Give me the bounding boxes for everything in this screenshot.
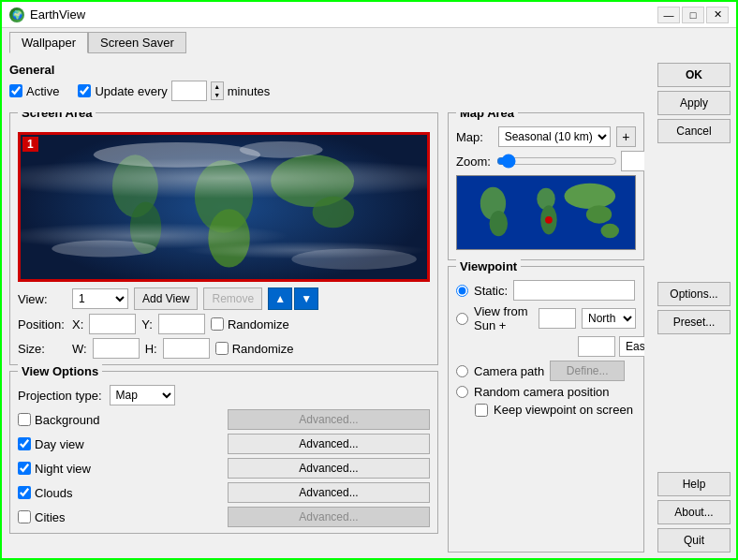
titlebar-controls: — □ ✕ — [657, 7, 729, 23]
advanced-cities-button: Advanced... — [228, 507, 430, 527]
active-label[interactable]: Active — [9, 84, 59, 98]
map-plus-button[interactable]: + — [616, 126, 636, 147]
zoom-slider[interactable] — [496, 154, 617, 169]
spinner-down[interactable]: ▼ — [212, 91, 223, 99]
view-row: View: 1 Add View Remove ▲ ▼ — [18, 287, 430, 310]
static-row: Static: 0.00° N 0.00° E — [456, 280, 636, 301]
advanced-night-button[interactable]: Advanced... — [228, 458, 430, 479]
general-controls: Active Update every 10 ▲ ▼ minutes — [9, 81, 644, 101]
day-view-checkbox[interactable] — [18, 437, 31, 450]
minimize-button[interactable]: — — [657, 7, 680, 23]
cancel-button[interactable]: Cancel — [657, 119, 731, 143]
help-button[interactable]: Help — [657, 472, 731, 496]
static-coords-input[interactable]: 0.00° N 0.00° E — [513, 280, 635, 301]
keep-viewpoint-row: Keep viewpoint on screen — [456, 403, 636, 417]
background-checkbox[interactable] — [18, 413, 31, 426]
world-map-svg — [457, 176, 635, 249]
sun-degree-input[interactable]: 0° — [539, 308, 576, 329]
cities-checkbox[interactable] — [18, 510, 31, 523]
projection-row: Projection type: Map — [18, 385, 430, 405]
north-direction-select[interactable]: North South — [582, 308, 636, 329]
static-radio[interactable] — [456, 285, 468, 297]
update-checkbox[interactable] — [78, 84, 91, 97]
titlebar-left: 🌍 EarthView — [9, 7, 85, 22]
app-icon: 🌍 — [9, 7, 24, 22]
w-input[interactable]: 1920 — [93, 338, 140, 359]
app-title: EarthView — [30, 7, 85, 22]
tab-screen-saver[interactable]: Screen Saver — [88, 32, 186, 53]
night-view-row: Night view — [18, 458, 220, 479]
arrow-down-button[interactable]: ▼ — [294, 287, 318, 310]
main-area: General Active Update every 10 ▲ ▼ — [2, 57, 652, 558]
map-area-group: Map Area Map: Seasonal (10 km) + Zoom: — [448, 112, 644, 260]
sun-radio[interactable] — [456, 313, 468, 325]
svg-point-18 — [601, 224, 620, 239]
cities-row: Cities — [18, 507, 220, 527]
h-input[interactable]: 1080 — [163, 338, 210, 359]
update-row: Update every 10 ▲ ▼ minutes — [78, 81, 270, 101]
map-area-title: Map Area — [456, 112, 518, 120]
position-randomize[interactable]: Randomize — [211, 317, 289, 332]
view-opts-grid: Background Advanced... Day view Advanced… — [18, 409, 430, 527]
screen-preview: 1 — [18, 132, 430, 282]
spinner-arrows: ▲ ▼ — [211, 81, 224, 100]
y-input[interactable]: 0 — [158, 314, 205, 334]
viewpoint-title: Viewpoint — [456, 259, 521, 273]
size-randomize[interactable]: Randomize — [215, 342, 294, 356]
advanced-day-button[interactable]: Advanced... — [228, 434, 430, 454]
east-direction-select[interactable]: East West — [619, 336, 644, 357]
active-checkbox[interactable] — [9, 84, 22, 97]
about-button[interactable]: About... — [657, 500, 731, 524]
quit-button[interactable]: Quit — [657, 528, 731, 553]
titlebar: 🌍 EarthView — □ ✕ — [2, 2, 736, 28]
view-select[interactable]: 1 — [72, 288, 128, 309]
advanced-clouds-button[interactable]: Advanced... — [228, 482, 430, 503]
screen-area-title: Screen Area — [18, 112, 96, 120]
zoom-row: Zoom: 1 % — [456, 151, 636, 171]
background-row: Background — [18, 409, 220, 430]
close-button[interactable]: ✕ — [706, 7, 729, 23]
map-row: Map: Seasonal (10 km) + — [456, 126, 636, 147]
options-button[interactable]: Options... — [657, 282, 731, 306]
general-label: General — [9, 63, 644, 77]
zoom-controls: 1 % — [496, 151, 644, 171]
screen-number: 1 — [22, 137, 38, 152]
tab-wallpaper[interactable]: Wallpaper — [9, 32, 88, 53]
ok-button[interactable]: OK — [657, 63, 731, 87]
clouds-overlay — [21, 135, 427, 279]
east-row: 0° East West — [456, 336, 636, 357]
general-section: General Active Update every 10 ▲ ▼ — [9, 63, 644, 107]
spinner-up[interactable]: ▲ — [212, 82, 223, 91]
map-select[interactable]: Seasonal (10 km) — [498, 126, 611, 147]
arrow-up-button[interactable]: ▲ — [268, 287, 292, 310]
right-buttons-panel: OK Apply Cancel Options... Preset... Hel… — [652, 57, 736, 558]
size-label: Size: — [18, 342, 66, 356]
remove-button[interactable]: Remove — [203, 287, 262, 310]
camera-path-radio[interactable] — [456, 365, 468, 377]
preset-button[interactable]: Preset... — [657, 310, 731, 334]
advanced-background-button: Advanced... — [228, 409, 430, 430]
update-value-input[interactable]: 10 — [171, 81, 207, 101]
projection-select[interactable]: Map — [110, 385, 175, 405]
sun-radio-row: View from Sun + 0° North South — [456, 304, 636, 332]
position-randomize-checkbox[interactable] — [211, 317, 224, 331]
svg-point-16 — [565, 184, 616, 209]
maximize-button[interactable]: □ — [682, 7, 704, 23]
camera-path-row: Camera path Define... — [456, 361, 636, 381]
add-view-button[interactable]: Add View — [134, 287, 198, 310]
define-button: Define... — [550, 361, 625, 381]
screen-area-group: Screen Area 1 — [9, 112, 438, 365]
position-row: Position: X: 0 Y: 0 Randomize — [18, 314, 430, 334]
random-camera-radio[interactable] — [456, 386, 468, 398]
two-columns: Screen Area 1 — [9, 112, 644, 553]
east-degree-input[interactable]: 0° — [578, 336, 615, 357]
keep-viewpoint-checkbox[interactable] — [475, 404, 488, 417]
random-camera-row: Random camera position — [456, 385, 636, 399]
tab-bar: Wallpaper Screen Saver — [2, 28, 736, 53]
night-view-checkbox[interactable] — [18, 462, 31, 475]
clouds-checkbox[interactable] — [18, 486, 31, 499]
x-input[interactable]: 0 — [89, 314, 136, 334]
apply-button[interactable]: Apply — [657, 91, 731, 115]
zoom-value-input[interactable]: 1 — [621, 151, 644, 171]
size-randomize-checkbox[interactable] — [215, 342, 229, 355]
